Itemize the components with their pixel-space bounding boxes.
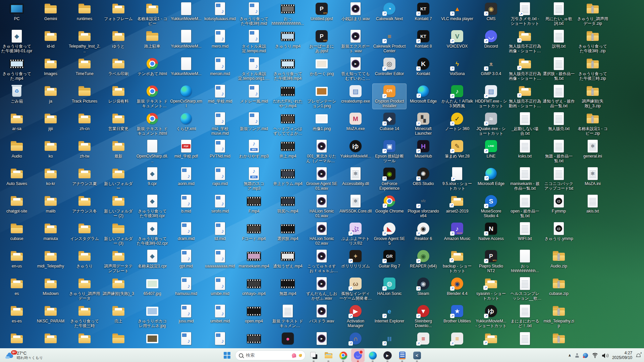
desktop-icon[interactable]: ≡↗ bbox=[407, 331, 440, 347]
desktop-icon[interactable]: ◔↗Cakewalk Next bbox=[373, 1, 406, 22]
desktop-icon[interactable]: ↗Microsoft Edge bbox=[474, 166, 508, 187]
desktop-icon[interactable]: かるーく.png bbox=[305, 56, 338, 77]
desktop-icon[interactable]: 新規 テキスト ドキュメント (2).html bbox=[136, 84, 169, 109]
desktop-icon[interactable]: ♪umibe.mid bbox=[203, 276, 237, 297]
desktop-icon[interactable]: es bbox=[0, 276, 34, 297]
desktop-icon[interactable]: ▚↗Minecraft Launcher bbox=[407, 111, 440, 136]
desktop-icon[interactable]: ▶ずんだもん_しおかぜふ.wav bbox=[305, 276, 338, 301]
desktop-icon[interactable]: WIFI.txt bbox=[508, 221, 542, 242]
desktop-icon[interactable]: きゅうり.mp4 bbox=[271, 29, 305, 49]
desktop-icon[interactable]: 通知うぜえ - 親作品一覧.txt bbox=[542, 84, 576, 109]
desktop-icon[interactable]: LINE↗LINE bbox=[474, 139, 508, 159]
taskbar-app-app-squares[interactable] bbox=[307, 349, 320, 362]
desktop-icon[interactable]: en-us bbox=[0, 249, 34, 269]
desktop-icon[interactable]: ♪gpt.mid bbox=[169, 249, 203, 269]
desktop-icon[interactable]: ▶バスドラ.wav bbox=[305, 304, 338, 324]
desktop-icon[interactable]: きゅうり食ってた.mp4 bbox=[0, 56, 34, 81]
desktop-icon[interactable]: Images bbox=[34, 56, 67, 77]
desktop-icon[interactable]: 売上 bbox=[102, 304, 135, 324]
desktop-icon[interactable]: ゆYukkuriMovieM... bbox=[339, 139, 372, 159]
volume-icon[interactable] bbox=[602, 353, 608, 358]
desktop-icon[interactable]: ♪新規ソング.mid bbox=[237, 111, 271, 132]
desktop-icon[interactable]: 選択肢.mp4 bbox=[271, 221, 305, 242]
desktop-icon[interactable]: ◉↗Steam bbox=[407, 276, 440, 297]
desktop-icon[interactable]: Audio bbox=[0, 139, 34, 159]
desktop-icon[interactable]: ↗Microsoft Edge bbox=[407, 84, 440, 104]
desktop-icon[interactable]: 無題.mp4 bbox=[271, 276, 305, 297]
desktop-icon[interactable]: ko-kr bbox=[34, 166, 67, 187]
desktop-icon[interactable] bbox=[102, 331, 135, 347]
desktop-icon[interactable]: YukkuriMovieM... bbox=[169, 1, 203, 22]
desktop-icon[interactable]: Track Pictures bbox=[68, 84, 101, 104]
desktop-icon[interactable]: ✦↗ポリリリリズム bbox=[339, 249, 372, 269]
desktop-icon[interactable]: ω↗孤独なインディーゲーム開発者の一生 ... bbox=[339, 276, 372, 301]
desktop-icon[interactable]: きゅうりボカコレ用サムネ.jpg bbox=[136, 304, 169, 329]
desktop-icon[interactable]: 無人販売.txt bbox=[542, 111, 576, 132]
desktop-icon[interactable]: ◉↗Reaktor 6 bbox=[407, 221, 440, 242]
desktop-icon[interactable]: manisekarin - 親作品一覧.txt bbox=[508, 166, 542, 191]
desktop-icon[interactable]: OpenCvSharp.dll... bbox=[136, 139, 169, 164]
start-button[interactable] bbox=[220, 349, 234, 362]
desktop-icon[interactable]: ✱general.ini bbox=[576, 139, 609, 159]
desktop-icon[interactable]: 名称未設定1 - コピー bbox=[136, 1, 169, 26]
desktop-icon[interactable]: ニコニコバックアップコードtxt bbox=[542, 166, 576, 191]
desktop-icon[interactable]: ● bbox=[271, 331, 305, 347]
desktop-icon[interactable]: ◡↗Discord bbox=[474, 29, 508, 49]
desktop-icon[interactable]: 65407.jpg bbox=[136, 276, 169, 297]
desktop-icon[interactable]: きゅうり bbox=[68, 249, 101, 269]
desktop-icon[interactable]: ▶ bbox=[305, 331, 338, 347]
desktop-icon[interactable]: PNT2Untitled.ppsf bbox=[305, 1, 338, 22]
desktop-icon[interactable]: ♪↗かんたん！AITalk 3 関西風 bbox=[440, 84, 474, 109]
desktop-icon[interactable]: きゅうり食ってた午後3時 .zip bbox=[576, 29, 609, 54]
desktop-icon[interactable]: ♪タイトル未設定.tempo.mid bbox=[237, 29, 271, 54]
desktop-icon[interactable]: CPI↗Crypton Product Installer bbox=[373, 84, 406, 109]
desktop-icon[interactable]: フォトフレーム bbox=[102, 1, 135, 22]
desktop-icon[interactable]: ↗無人販売不正行為画像 - ショートカッ... bbox=[508, 29, 542, 54]
desktop-icon[interactable]: chatgpt-site bbox=[0, 194, 34, 214]
desktop-icon[interactable]: ar-sa bbox=[0, 111, 34, 132]
desktop-icon[interactable]: ≡↗ bbox=[440, 331, 474, 347]
desktop-icon[interactable]: ↗backup - ショートカット bbox=[440, 249, 474, 274]
desktop-icon[interactable]: ♪タイトル未設定.tempo.orig1.mid bbox=[237, 56, 271, 81]
desktop-icon[interactable]: ♪ bbox=[169, 331, 203, 347]
desktop-icon[interactable] bbox=[542, 331, 576, 347]
desktop-icon[interactable]: ♪メドレー風.mid bbox=[237, 84, 271, 104]
taskbar-clock[interactable]: 4:27 2025/09/10 bbox=[612, 351, 632, 360]
desktop-icon[interactable]: id-id bbox=[34, 29, 67, 49]
desktop-icon[interactable]: ↗9.5.xlsx - ショートカット bbox=[440, 166, 474, 191]
desktop-icon[interactable]: GR↗Guitar Rig 7 bbox=[373, 249, 406, 269]
desktop-icon[interactable]: 最新 bbox=[102, 139, 135, 159]
desktop-icon[interactable]: ♪mid_学校.mid bbox=[203, 84, 237, 104]
desktop-icon[interactable]: ◉↗GeForce Experience bbox=[373, 166, 406, 191]
desktop-icon[interactable]: ▣↗Epson 接続診断ツール bbox=[373, 139, 406, 164]
desktop-icon[interactable]: ◉↗REAPER (x64) bbox=[407, 249, 440, 269]
desktop-icon[interactable]: ohhayo-.mp4 bbox=[237, 276, 271, 297]
desktop-icon[interactable]: ↗Google Chrome bbox=[373, 194, 406, 214]
user-tray-icon[interactable] bbox=[575, 353, 579, 358]
desktop-icon[interactable]: ∩↗ bbox=[339, 331, 372, 347]
desktop-icon[interactable]: ▶こってゅｈｄすおｆｄｓｂふぉ.wav bbox=[305, 249, 338, 274]
desktop-icon[interactable]: midi_Telepathy bbox=[34, 249, 67, 269]
desktop-icon[interactable]: PNT2おーばーまにあ.ppsf bbox=[305, 29, 338, 54]
desktop-icon[interactable]: ◆9.cpr bbox=[136, 166, 169, 187]
desktop-icon[interactable]: KT↗Kontakt 8 bbox=[407, 29, 440, 49]
desktop-icon[interactable]: ♪b.mid bbox=[169, 194, 203, 214]
wifi-icon[interactable] bbox=[592, 353, 598, 358]
desktop-icon[interactable]: ラベル印刷 bbox=[102, 56, 135, 77]
desktop-icon[interactable] bbox=[34, 331, 67, 347]
desktop-icon[interactable]: 井上ドラム.mp4 bbox=[271, 166, 305, 187]
desktop-icon[interactable]: manisekarin.mp4 bbox=[237, 249, 271, 269]
hidden-icons-chevron[interactable]: ∧ bbox=[568, 353, 571, 358]
desktop-icon[interactable]: 通知うぜえ.mp4 bbox=[271, 249, 305, 269]
desktop-icon[interactable]: e↗Internet Explorer bbox=[373, 304, 406, 324]
desktop-icon[interactable]: N↗Native Access bbox=[474, 221, 508, 242]
desktop-icon[interactable]: ▶小銭詰まり.wav bbox=[339, 1, 372, 22]
desktop-icon[interactable]: cubase bbox=[0, 221, 34, 242]
desktop-icon[interactable]: きゅうり_調声用データ.zip bbox=[576, 1, 609, 26]
taskbar-app-voice-editor[interactable] bbox=[395, 349, 409, 362]
desktop-icon[interactable]: ◆きゅうり食ってた午後3時.cpr bbox=[136, 194, 169, 219]
desktop-icon[interactable]: ↗ bbox=[474, 331, 508, 347]
desktop-icon[interactable]: ja bbox=[34, 84, 67, 104]
desktop-icon[interactable]: 新しいフォルダー bbox=[102, 166, 135, 191]
desktop-icon[interactable]: まにまにわーるど！.txt bbox=[508, 304, 542, 329]
